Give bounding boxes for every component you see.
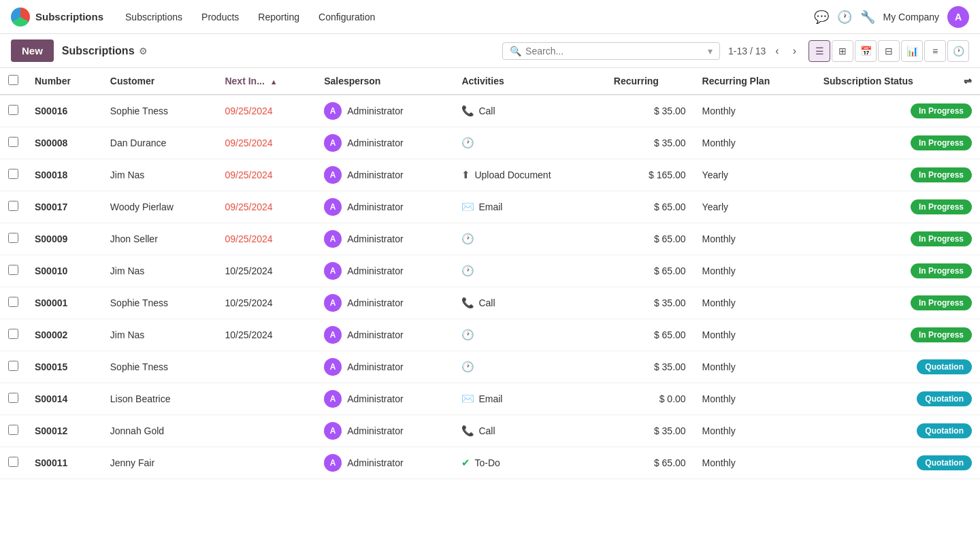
search-area[interactable]: 🔍 ▾	[502, 42, 720, 60]
row-checkbox[interactable]	[8, 137, 18, 147]
salesperson-name: Administrator	[347, 393, 403, 404]
row-checkbox[interactable]	[8, 425, 18, 435]
row-customer: Woody Pierlaw	[102, 191, 217, 223]
logo-area[interactable]: Subscriptions	[11, 7, 103, 27]
row-checkbox[interactable]	[8, 329, 18, 339]
settings-col-icon[interactable]: ⇌	[964, 76, 972, 86]
row-checkbox[interactable]	[8, 457, 18, 467]
status-badge: Quotation	[917, 359, 972, 374]
row-status: In Progress	[815, 95, 980, 127]
row-number: S00014	[27, 383, 102, 415]
status-badge: Quotation	[917, 391, 972, 406]
tools-icon[interactable]: 🔧	[860, 10, 875, 25]
row-recurring: $ 65.00	[606, 255, 694, 287]
pagination-prev[interactable]: ‹	[771, 44, 783, 59]
user-avatar[interactable]: A	[947, 6, 969, 28]
row-checkbox[interactable]	[8, 393, 18, 403]
view-list[interactable]: ☰	[808, 40, 830, 62]
view-filter[interactable]: ≡	[924, 40, 946, 62]
new-button[interactable]: New	[11, 39, 54, 62]
view-calendar[interactable]: 📅	[855, 40, 877, 62]
table-row[interactable]: S00015Sophie TnessAAdministrator🕐$ 35.00…	[0, 351, 980, 383]
table-row[interactable]: S00002Jim Nas10/25/2024AAdministrator🕐$ …	[0, 319, 980, 351]
app-logo	[11, 7, 30, 27]
search-dropdown-icon[interactable]: ▾	[708, 46, 713, 56]
row-checkbox[interactable]	[8, 265, 18, 275]
clock-icon[interactable]: 🕐	[837, 10, 852, 25]
table-body: S00016Sophie Tness09/25/2024AAdministrat…	[0, 95, 980, 479]
table-row[interactable]: S00008Dan Durance09/25/2024AAdministrato…	[0, 127, 980, 159]
table-row[interactable]: S00018Jim Nas09/25/2024AAdministrator⬆Up…	[0, 159, 980, 191]
select-all-header[interactable]	[0, 68, 27, 95]
table-row[interactable]: S00016Sophie Tness09/25/2024AAdministrat…	[0, 95, 980, 127]
row-status: Quotation	[815, 351, 980, 383]
col-number: Number	[27, 68, 102, 95]
salesperson-avatar: A	[324, 166, 342, 184]
nav-subscriptions[interactable]: Subscriptions	[117, 7, 191, 27]
row-recurring: $ 35.00	[606, 127, 694, 159]
status-badge: In Progress	[911, 263, 972, 278]
row-checkbox[interactable]	[8, 169, 18, 179]
salesperson-name: Administrator	[347, 233, 403, 244]
view-pivot[interactable]: ⊟	[878, 40, 900, 62]
activity-label: To-Do	[474, 457, 500, 468]
salesperson-name: Administrator	[347, 329, 403, 340]
nav-reporting[interactable]: Reporting	[250, 7, 308, 27]
activity-icon: 📞	[461, 297, 474, 309]
row-activity: 🕐	[453, 255, 605, 287]
table-row[interactable]: S00009Jhon Seller09/25/2024AAdministrato…	[0, 223, 980, 255]
col-recurring: Recurring	[606, 68, 694, 95]
row-checkbox[interactable]	[8, 233, 18, 243]
row-activity: ⬆Upload Document	[453, 159, 605, 191]
view-clock[interactable]: 🕐	[947, 40, 969, 62]
row-salesperson: AAdministrator	[316, 95, 453, 127]
col-activities: Activities	[453, 68, 605, 95]
activity-label: Call	[478, 297, 495, 308]
row-plan: Monthly	[694, 255, 815, 287]
salesperson-avatar: A	[324, 422, 342, 440]
table-row[interactable]: S00001Sophie Tness10/25/2024AAdministrat…	[0, 287, 980, 319]
chat-icon[interactable]: 💬	[814, 10, 829, 25]
row-checkbox[interactable]	[8, 361, 18, 371]
table-row[interactable]: S00017Woody Pierlaw09/25/2024AAdministra…	[0, 191, 980, 223]
page-title-area: Subscriptions ⚙	[62, 45, 148, 57]
col-next-invoice[interactable]: Next In... ▲	[216, 68, 316, 95]
table-header: Number Customer Next In... ▲ Salesperson…	[0, 68, 980, 95]
row-checkbox[interactable]	[8, 297, 18, 307]
row-checkbox[interactable]	[8, 201, 18, 211]
row-number: S00017	[27, 191, 102, 223]
nav-right: 💬 🕐 🔧 My Company A	[814, 6, 969, 28]
row-number: S00001	[27, 287, 102, 319]
table-row[interactable]: S00014Lison BeatriceAAdministrator✉️Emai…	[0, 383, 980, 415]
pagination-next[interactable]: ›	[789, 44, 800, 59]
row-checkbox[interactable]	[8, 105, 18, 115]
view-kanban[interactable]: ⊞	[832, 40, 853, 62]
view-graph[interactable]: 📊	[901, 40, 923, 62]
view-buttons: ☰ ⊞ 📅 ⊟ 📊 ≡ 🕐	[808, 40, 969, 62]
row-next-invoice: 09/25/2024	[216, 191, 316, 223]
search-icon: 🔍	[510, 46, 521, 56]
row-plan: Monthly	[694, 95, 815, 127]
activity-icon: ✔	[461, 457, 470, 469]
status-badge: In Progress	[911, 231, 972, 246]
row-salesperson: AAdministrator	[316, 223, 453, 255]
row-activity: 📞Call	[453, 415, 605, 447]
row-next-invoice: 09/25/2024	[216, 95, 316, 127]
nav-configuration[interactable]: Configuration	[310, 7, 383, 27]
row-recurring: $ 35.00	[606, 351, 694, 383]
table-row[interactable]: S00012Jonnah GoldAAdministrator📞Call$ 35…	[0, 415, 980, 447]
row-activity: 📞Call	[453, 95, 605, 127]
table-row[interactable]: S00010Jim Nas10/25/2024AAdministrator🕐$ …	[0, 255, 980, 287]
settings-icon[interactable]: ⚙	[139, 46, 148, 56]
row-activity: 🕐	[453, 127, 605, 159]
row-plan: Monthly	[694, 287, 815, 319]
nav-products[interactable]: Products	[193, 7, 247, 27]
table-row[interactable]: S00011Jenny FairAAdministrator✔To-Do$ 65…	[0, 447, 980, 479]
row-salesperson: AAdministrator	[316, 191, 453, 223]
status-badge: Quotation	[917, 455, 972, 470]
row-plan: Monthly	[694, 223, 815, 255]
select-all-checkbox[interactable]	[8, 75, 18, 85]
row-number: S00008	[27, 127, 102, 159]
company-name: My Company	[883, 12, 939, 22]
search-input[interactable]	[525, 46, 705, 56]
